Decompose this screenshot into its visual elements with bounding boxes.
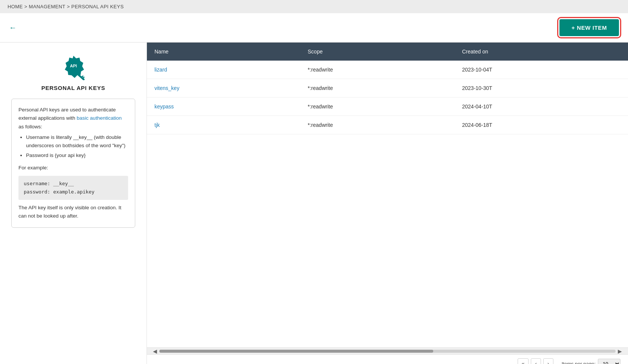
api-key-name-link[interactable]: vitens_key	[154, 85, 179, 91]
scrollbar-thumb	[159, 350, 433, 353]
breadcrumb-text: HOME > MANAGEMENT > PERSONAL API KEYS	[8, 4, 124, 9]
right-panel: Name Scope Created on lizard*:readwrite2…	[147, 43, 628, 364]
breadcrumb: HOME > MANAGEMENT > PERSONAL API KEYS	[0, 0, 628, 13]
items-per-page-label: Items per page:	[562, 361, 596, 364]
description-3: The API key itself is only visible on cr…	[18, 204, 128, 221]
cell-created-on: 2024-04-10T	[455, 97, 628, 116]
api-keys-table: Name Scope Created on lizard*:readwrite2…	[147, 43, 628, 134]
info-box: Personal API keys are used to authentica…	[11, 99, 135, 228]
items-per-page-select[interactable]: 10 25 50 100	[598, 359, 620, 364]
table-row: vitens_key*:readwrite2023-10-30T	[147, 79, 628, 97]
cell-name: keypass	[147, 97, 300, 116]
first-page-button[interactable]: «	[518, 358, 529, 364]
col-name: Name	[147, 43, 300, 61]
cell-name: vitens_key	[147, 79, 300, 97]
bullet-item-1: Username is literally __key__ (with doub…	[26, 133, 128, 150]
cell-name: tjk	[147, 116, 300, 134]
table-row: lizard*:readwrite2023-10-04T	[147, 61, 628, 79]
api-key-name-link[interactable]: keypass	[154, 104, 174, 110]
api-key-icon: API	[60, 54, 87, 80]
back-button[interactable]: ←	[9, 23, 17, 32]
api-key-name-link[interactable]: lizard	[154, 67, 167, 73]
cell-scope: *:readwrite	[300, 79, 455, 97]
cell-scope: *:readwrite	[300, 116, 455, 134]
scroll-left-arrow[interactable]: ◀	[151, 348, 159, 354]
scrollbar-track[interactable]	[159, 350, 616, 353]
basic-auth-link[interactable]: basic authentication	[77, 115, 122, 121]
next-page-button[interactable]: ›	[543, 358, 553, 364]
cell-created-on: 2024-06-18T	[455, 116, 628, 134]
cell-created-on: 2023-10-30T	[455, 79, 628, 97]
table-header-row: Name Scope Created on	[147, 43, 628, 61]
main-content: API PERSONAL API KEYS Personal API keys …	[0, 43, 628, 364]
bullet-list: Username is literally __key__ (with doub…	[26, 133, 128, 160]
col-scope: Scope	[300, 43, 455, 61]
api-icon-container: API	[11, 54, 135, 80]
scroll-right-arrow[interactable]: ▶	[616, 348, 624, 354]
description-text: Personal API keys are used to authentica…	[18, 106, 128, 131]
new-item-button[interactable]: + NEW ITEM	[559, 19, 619, 36]
cell-created-on: 2023-10-04T	[455, 61, 628, 79]
pagination-bar: « ‹ › Items per page: 10 25 50 100	[147, 354, 628, 364]
code-example: username: __key__ password: example.apik…	[18, 176, 128, 200]
left-panel: API PERSONAL API KEYS Personal API keys …	[0, 43, 147, 364]
horizontal-scrollbar[interactable]: ◀ ▶	[147, 347, 628, 354]
table-container[interactable]: Name Scope Created on lizard*:readwrite2…	[147, 43, 628, 347]
cell-name: lizard	[147, 61, 300, 79]
code-line-2: password: example.apikey	[24, 188, 123, 196]
code-line-1: username: __key__	[24, 180, 123, 188]
api-key-name-link[interactable]: tjk	[154, 122, 160, 128]
bullet-item-2: Password is {your api key}	[26, 151, 128, 160]
cell-scope: *:readwrite	[300, 61, 455, 79]
panel-title: PERSONAL API KEYS	[11, 85, 135, 91]
svg-text:API: API	[70, 64, 76, 68]
table-body: lizard*:readwrite2023-10-04Tvitens_key*:…	[147, 61, 628, 134]
table-row: keypass*:readwrite2024-04-10T	[147, 97, 628, 116]
top-bar: ← + NEW ITEM	[0, 13, 628, 43]
cell-scope: *:readwrite	[300, 97, 455, 116]
col-created-on: Created on	[455, 43, 628, 61]
prev-page-button[interactable]: ‹	[531, 358, 541, 364]
table-header: Name Scope Created on	[147, 43, 628, 61]
table-row: tjk*:readwrite2024-06-18T	[147, 116, 628, 134]
example-label: For example:	[18, 164, 128, 172]
